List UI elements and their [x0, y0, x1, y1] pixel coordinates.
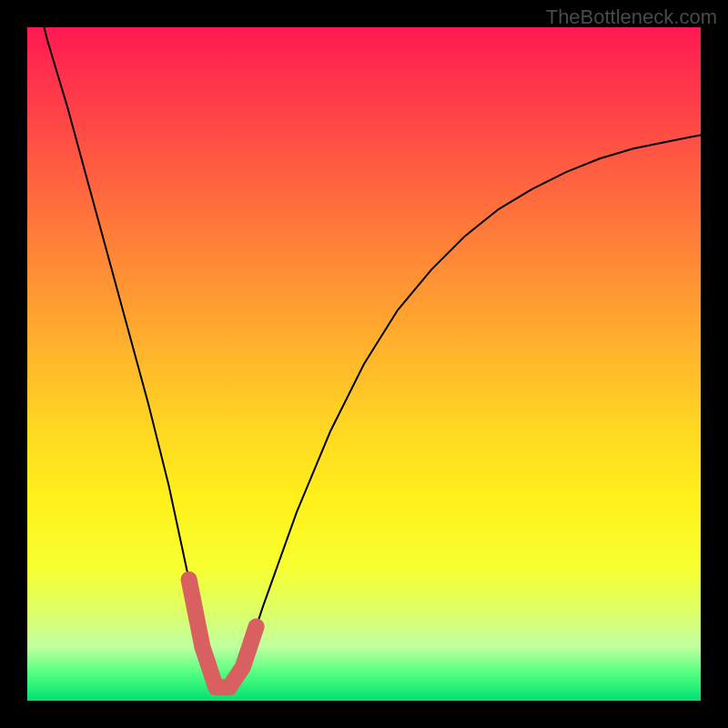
chart-svg [27, 27, 701, 701]
minimum-overlay-u [189, 580, 257, 687]
plot-area [27, 27, 701, 701]
watermark-text: TheBottleneck.com [546, 5, 717, 29]
main-curve-line [27, 0, 701, 687]
